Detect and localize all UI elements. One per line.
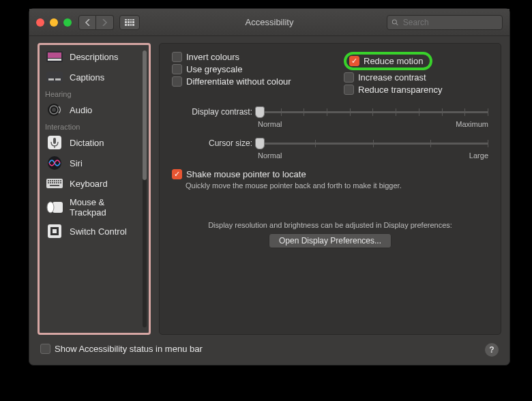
contrast-min-label: Normal xyxy=(258,120,282,128)
nav-buttons xyxy=(78,15,114,30)
svg-line-1 xyxy=(396,23,398,25)
display-contrast-thumb[interactable] xyxy=(255,106,265,118)
sidebar-group-interaction: Interaction xyxy=(41,120,147,132)
mouse-trackpad-icon xyxy=(45,200,64,214)
preferences-window: Accessibility Descriptions Capt xyxy=(29,8,510,366)
sidebar-item-audio[interactable]: Audio xyxy=(41,100,147,120)
increase-contrast-label: Increase contrast xyxy=(358,72,426,83)
svg-point-0 xyxy=(392,19,396,23)
increase-contrast-checkbox[interactable] xyxy=(344,72,354,83)
svg-rect-7 xyxy=(55,78,61,80)
sidebar-item-keyboard[interactable]: Keyboard xyxy=(41,173,147,194)
svg-rect-23 xyxy=(48,182,49,183)
svg-rect-22 xyxy=(60,180,61,181)
keyboard-icon xyxy=(45,177,64,190)
shake-pointer-label: Shake mouse pointer to locate xyxy=(186,169,306,179)
close-window-button[interactable] xyxy=(36,18,44,27)
sidebar-item-label: Keyboard xyxy=(70,179,108,189)
chevron-right-icon xyxy=(102,19,108,26)
menubar-status-label: Show Accessibility status in menu bar xyxy=(55,344,203,354)
window-footer: Show Accessibility status in menu bar ? xyxy=(29,340,509,365)
differentiate-colour-checkbox[interactable] xyxy=(172,76,182,87)
invert-colours-label: Invert colours xyxy=(186,52,239,62)
search-field[interactable] xyxy=(387,15,503,30)
sidebar-item-siri[interactable]: Siri xyxy=(41,153,147,173)
help-icon: ? xyxy=(489,345,494,355)
svg-rect-27 xyxy=(56,182,57,183)
sidebar-item-dictation[interactable]: Dictation xyxy=(41,132,147,153)
svg-point-10 xyxy=(52,108,56,112)
reduce-transparency-label: Reduce transparency xyxy=(358,85,443,95)
window-controls xyxy=(36,18,72,27)
category-sidebar[interactable]: Descriptions Captions Hearing Audio Inte… xyxy=(41,46,147,331)
increase-contrast-option[interactable]: Increase contrast xyxy=(344,72,488,83)
svg-rect-35 xyxy=(53,229,57,233)
svg-rect-6 xyxy=(48,78,54,80)
sidebar-item-label: Dictation xyxy=(70,138,104,148)
svg-rect-29 xyxy=(60,182,61,183)
reduce-motion-label: Reduce motion xyxy=(364,56,423,66)
invert-colours-option[interactable]: Invert colours xyxy=(172,52,316,62)
sidebar-scrollbar[interactable] xyxy=(143,50,147,327)
sidebar-item-label: Captions xyxy=(70,72,104,83)
svg-rect-30 xyxy=(50,185,59,186)
search-input[interactable] xyxy=(403,18,498,27)
scrollbar-thumb[interactable] xyxy=(143,50,147,180)
sidebar-item-label: Audio xyxy=(70,105,92,115)
help-button[interactable]: ? xyxy=(485,343,499,357)
svg-rect-18 xyxy=(52,180,53,181)
differentiate-colour-label: Differentiate without colour xyxy=(186,76,291,87)
sidebar-item-label: Switch Control xyxy=(70,226,127,237)
back-button[interactable] xyxy=(78,15,96,30)
descriptions-icon xyxy=(45,50,64,63)
sidebar-item-label: Descriptions xyxy=(70,52,119,62)
display-contrast-slider[interactable] xyxy=(258,105,488,119)
reduce-transparency-option[interactable]: Reduce transparency xyxy=(344,85,488,95)
svg-rect-25 xyxy=(52,182,53,183)
sidebar-item-captions[interactable]: Captions xyxy=(41,67,147,87)
use-greyscale-option[interactable]: Use greyscale xyxy=(172,64,316,74)
contrast-max-label: Maximum xyxy=(456,120,488,128)
svg-rect-20 xyxy=(56,180,57,181)
sidebar-highlight-frame: Descriptions Captions Hearing Audio Inte… xyxy=(38,43,151,335)
sidebar-item-switch-control[interactable]: Switch Control xyxy=(41,221,147,241)
titlebar: Accessibility xyxy=(29,9,509,36)
svg-rect-16 xyxy=(48,180,49,181)
grid-icon xyxy=(125,19,134,26)
siri-icon xyxy=(45,156,64,170)
shake-pointer-checkbox[interactable] xyxy=(172,169,182,179)
cursor-min-label: Normal xyxy=(258,151,282,160)
shake-pointer-option[interactable]: Shake mouse pointer to locate xyxy=(172,169,488,179)
use-greyscale-checkbox[interactable] xyxy=(172,64,182,74)
chevron-left-icon xyxy=(85,19,91,26)
svg-rect-4 xyxy=(48,59,61,61)
shake-pointer-description: Quickly move the mouse pointer back and … xyxy=(186,181,488,190)
menubar-status-checkbox[interactable] xyxy=(40,344,50,354)
show-all-button[interactable] xyxy=(119,15,140,30)
menubar-status-option[interactable]: Show Accessibility status in menu bar xyxy=(40,344,203,354)
cursor-size-thumb[interactable] xyxy=(255,138,265,149)
forward-button[interactable] xyxy=(96,15,114,30)
sidebar-item-mouse-trackpad[interactable]: Mouse & Trackpad xyxy=(41,194,147,221)
svg-rect-5 xyxy=(46,72,63,83)
zoom-window-button[interactable] xyxy=(63,18,72,27)
sidebar-item-label: Siri xyxy=(70,158,83,168)
reduce-transparency-checkbox[interactable] xyxy=(344,85,354,95)
invert-colours-checkbox[interactable] xyxy=(172,52,182,62)
sidebar-item-descriptions[interactable]: Descriptions xyxy=(41,46,147,67)
captions-icon xyxy=(45,70,64,84)
svg-rect-3 xyxy=(48,53,61,58)
reduce-motion-option[interactable]: Reduce motion xyxy=(349,56,423,66)
svg-rect-17 xyxy=(50,180,51,181)
differentiate-colour-option[interactable]: Differentiate without colour xyxy=(172,76,316,87)
minimize-window-button[interactable] xyxy=(50,18,58,27)
sidebar-group-hearing: Hearing xyxy=(41,87,147,100)
window-body: Descriptions Captions Hearing Audio Inte… xyxy=(29,36,509,340)
cursor-size-slider[interactable] xyxy=(258,136,488,150)
svg-rect-24 xyxy=(50,182,51,183)
svg-point-32 xyxy=(47,202,54,213)
open-display-preferences-button[interactable]: Open Display Preferences... xyxy=(269,233,391,248)
reduce-motion-checkbox[interactable] xyxy=(349,56,359,66)
display-contrast-label: Display contrast: xyxy=(172,107,252,117)
use-greyscale-label: Use greyscale xyxy=(186,64,242,74)
